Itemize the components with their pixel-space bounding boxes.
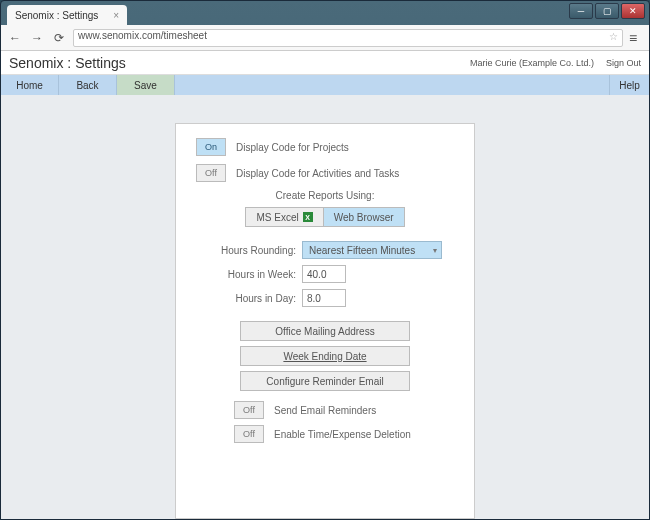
display-projects-toggle[interactable]: On	[196, 138, 226, 156]
web-browser-label: Web Browser	[334, 212, 394, 223]
tab-title: Senomix : Settings	[15, 10, 98, 21]
browser-menu-icon[interactable]: ≡	[629, 30, 643, 46]
hours-week-input[interactable]: 40.0	[302, 265, 346, 283]
ms-excel-option[interactable]: MS Excel X	[245, 207, 323, 227]
enable-deletion-label: Enable Time/Expense Deletion	[274, 429, 411, 440]
hours-day-input[interactable]: 8.0	[302, 289, 346, 307]
toolbar-spacer	[175, 75, 609, 95]
ms-excel-label: MS Excel	[256, 212, 298, 223]
window-maximize-button[interactable]: ▢	[595, 3, 619, 19]
hours-rounding-label: Hours Rounding:	[196, 245, 296, 256]
send-reminders-row: Off Send Email Reminders	[234, 401, 454, 419]
enable-deletion-toggle[interactable]: Off	[234, 425, 264, 443]
web-browser-option[interactable]: Web Browser	[324, 207, 405, 227]
reports-toggle-group: MS Excel X Web Browser	[196, 207, 454, 227]
option-rows: Off Send Email Reminders Off Enable Time…	[234, 401, 454, 443]
send-reminders-label: Send Email Reminders	[274, 405, 376, 416]
page-viewport: Senomix : Settings Marie Curie (Example …	[1, 51, 649, 519]
settings-canvas: On Display Code for Projects Off Display…	[1, 95, 649, 519]
bookmark-star-icon[interactable]: ☆	[609, 31, 618, 42]
page-title: Senomix : Settings	[9, 55, 126, 71]
send-reminders-toggle[interactable]: Off	[234, 401, 264, 419]
hours-week-row: Hours in Week: 40.0	[196, 265, 454, 283]
hours-rounding-value: Nearest Fifteen Minutes	[309, 245, 415, 256]
back-button[interactable]: Back	[59, 75, 117, 95]
chevron-down-icon: ▾	[433, 246, 437, 255]
app-header: Senomix : Settings Marie Curie (Example …	[1, 51, 649, 75]
excel-icon: X	[303, 212, 313, 222]
window-minimize-button[interactable]: ─	[569, 3, 593, 19]
display-activities-toggle[interactable]: Off	[196, 164, 226, 182]
window-controls: ─ ▢ ✕	[569, 3, 645, 19]
hours-day-label: Hours in Day:	[196, 293, 296, 304]
signout-link[interactable]: Sign Out	[606, 58, 641, 68]
hours-rounding-select[interactable]: Nearest Fifteen Minutes ▾	[302, 241, 442, 259]
config-buttons: Office Mailing Address Week Ending Date …	[196, 321, 454, 391]
hours-day-row: Hours in Day: 8.0	[196, 289, 454, 307]
app-toolbar: Home Back Save Help	[1, 75, 649, 95]
help-button[interactable]: Help	[609, 75, 649, 95]
reports-section-title: Create Reports Using:	[196, 190, 454, 201]
nav-reload-icon[interactable]: ⟳	[51, 30, 67, 46]
browser-titlebar: Senomix : Settings × ─ ▢ ✕	[1, 1, 649, 25]
browser-toolbar: ← → ⟳ www.senomix.com/timesheet ☆ ≡	[1, 25, 649, 51]
url-text: www.senomix.com/timesheet	[78, 30, 207, 41]
save-button[interactable]: Save	[117, 75, 175, 95]
office-mailing-button[interactable]: Office Mailing Address	[240, 321, 410, 341]
hours-rounding-row: Hours Rounding: Nearest Fifteen Minutes …	[196, 241, 454, 259]
hours-week-label: Hours in Week:	[196, 269, 296, 280]
nav-back-icon[interactable]: ←	[7, 30, 23, 46]
settings-panel: On Display Code for Projects Off Display…	[175, 123, 475, 519]
display-activities-row: Off Display Code for Activities and Task…	[196, 164, 454, 182]
browser-tab[interactable]: Senomix : Settings ×	[7, 5, 127, 25]
display-projects-row: On Display Code for Projects	[196, 138, 454, 156]
hours-day-value: 8.0	[307, 293, 321, 304]
nav-forward-icon[interactable]: →	[29, 30, 45, 46]
tab-close-icon[interactable]: ×	[113, 10, 119, 21]
configure-reminder-button[interactable]: Configure Reminder Email	[240, 371, 410, 391]
window-close-button[interactable]: ✕	[621, 3, 645, 19]
url-input[interactable]: www.senomix.com/timesheet ☆	[73, 29, 623, 47]
display-activities-label: Display Code for Activities and Tasks	[236, 168, 399, 179]
display-projects-label: Display Code for Projects	[236, 142, 349, 153]
home-button[interactable]: Home	[1, 75, 59, 95]
user-info: Marie Curie (Example Co. Ltd.)	[470, 58, 594, 68]
week-ending-button[interactable]: Week Ending Date	[240, 346, 410, 366]
hours-week-value: 40.0	[307, 269, 326, 280]
enable-deletion-row: Off Enable Time/Expense Deletion	[234, 425, 454, 443]
browser-window: Senomix : Settings × ─ ▢ ✕ ← → ⟳ www.sen…	[0, 0, 650, 520]
